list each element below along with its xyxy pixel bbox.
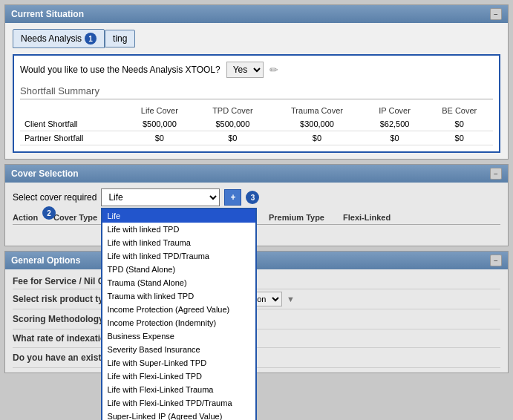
dropdown-item[interactable]: Life xyxy=(102,209,255,223)
dropdown-item[interactable]: Income Protection (Agreed Value) xyxy=(102,303,255,316)
cover-selection-body: Select cover required Life LifeLife with… xyxy=(5,183,508,246)
tab-2-label: ting xyxy=(113,33,127,44)
tab-content: Would you like to use the Needs Analysis… xyxy=(13,54,500,153)
current-situation-collapse[interactable]: − xyxy=(490,8,502,20)
client-trauma: $300,000 xyxy=(270,117,364,131)
tab-2[interactable]: ting xyxy=(105,30,135,47)
xtool-row: Would you like to use the Needs Analysis… xyxy=(20,62,493,78)
partner-be: $0 xyxy=(425,131,493,145)
cover-dropdown-wrapper: Life LifeLife with linked TPDLife with l… xyxy=(101,188,220,206)
current-situation-title: Current Situation xyxy=(11,9,84,19)
client-be: $0 xyxy=(425,117,493,131)
badge-2: 2 xyxy=(42,206,56,220)
col-header-empty xyxy=(20,104,124,117)
edit-icon[interactable]: ✏ xyxy=(269,64,278,76)
current-situation-header: Current Situation − xyxy=(5,5,508,23)
partner-life: $0 xyxy=(124,131,195,145)
cover-selection-collapse[interactable]: − xyxy=(490,168,502,180)
client-ip: $62,500 xyxy=(364,117,426,131)
shortfall-table: Life Cover TPD Cover Trauma Cover IP Cov… xyxy=(20,104,493,145)
tabs-row: Needs Analysis 1 ting xyxy=(13,29,500,48)
xtool-select[interactable]: Yes No xyxy=(226,62,264,78)
partner-ip: $0 xyxy=(364,131,426,145)
cover-dropdown-list[interactable]: LifeLife with linked TPDLife with linked… xyxy=(101,208,257,420)
dropdown-item[interactable]: TPD (Stand Alone) xyxy=(102,263,255,276)
needs-analysis-tab-label: Needs Analysis xyxy=(21,33,82,44)
col-header-trauma: Trauma Cover xyxy=(270,104,364,117)
partner-shortfall-label: Partner Shortfall xyxy=(20,131,124,145)
add-cover-button[interactable]: + xyxy=(224,189,241,206)
dropdown-item[interactable]: Trauma (Stand Alone) xyxy=(102,276,255,289)
dropdown-item[interactable]: Life with linked TPD xyxy=(102,223,255,236)
dropdown-item[interactable]: Severity Based Insurance xyxy=(102,343,255,356)
risk-product-info-icon[interactable]: ▼ xyxy=(287,295,295,303)
needs-analysis-badge: 1 xyxy=(85,33,97,45)
dropdown-item[interactable]: Life with Flexi-Linked TPD xyxy=(102,370,255,383)
col-header-ip: IP Cover xyxy=(364,104,426,117)
dropdown-item[interactable]: Life with linked TPD/Trauma xyxy=(102,249,255,263)
dropdown-item[interactable]: Trauma with linked TPD xyxy=(102,289,255,303)
client-shortfall-label: Client Shortfall xyxy=(20,117,124,131)
partner-trauma: $0 xyxy=(270,131,364,145)
table-row: Partner Shortfall $0 $0 $0 $0 $0 xyxy=(20,131,493,145)
dropdown-item[interactable]: Life with Flexi-Linked Trauma xyxy=(102,383,255,396)
client-life: $500,000 xyxy=(124,117,195,131)
general-options-title: General Options xyxy=(11,255,80,266)
select-cover-row: Select cover required Life LifeLife with… xyxy=(13,188,500,206)
cover-selection-panel: Cover Selection − Select cover required … xyxy=(4,164,509,246)
dropdown-item[interactable]: Life with linked Trauma xyxy=(102,236,255,249)
col-header-tpd: TPD Cover xyxy=(195,104,270,117)
xtool-question: Would you like to use the Needs Analysis… xyxy=(20,65,220,75)
dropdown-item[interactable]: Life with Super-Linked TPD xyxy=(102,356,255,370)
premium-type-col-header: Premium Type xyxy=(269,213,343,222)
col-header-be: BE Cover xyxy=(425,104,493,117)
dropdown-item[interactable]: Life with Flexi-Linked TPD/Trauma xyxy=(102,396,255,410)
cover-type-select[interactable]: Life xyxy=(101,188,220,206)
cover-badge-3: 3 xyxy=(246,191,259,204)
partner-tpd: $0 xyxy=(195,131,270,145)
cover-selection-header: Cover Selection − xyxy=(5,165,508,183)
current-situation-panel: Current Situation − Needs Analysis 1 tin… xyxy=(4,4,509,160)
dropdown-item[interactable]: Super-Linked IP (Agreed Value) xyxy=(102,410,255,420)
needs-analysis-tab[interactable]: Needs Analysis 1 xyxy=(13,29,105,48)
dropdown-item[interactable]: Income Protection (Indemnity) xyxy=(102,316,255,329)
client-tpd: $500,000 xyxy=(195,117,270,131)
needs-analysis-body: Needs Analysis 1 ting Would you like to … xyxy=(5,23,508,159)
col-header-life: Life Cover xyxy=(124,104,195,117)
flexi-linked-col-header: Flexi-Linked xyxy=(343,213,402,222)
general-options-collapse[interactable]: − xyxy=(490,255,502,266)
table-row: Client Shortfall $500,000 $500,000 $300,… xyxy=(20,117,493,131)
dropdown-item[interactable]: Business Expense xyxy=(102,329,255,343)
select-cover-label: Select cover required xyxy=(13,192,97,203)
cover-selection-title: Cover Selection xyxy=(11,168,79,179)
shortfall-title: Shortfall Summary xyxy=(20,85,493,99)
